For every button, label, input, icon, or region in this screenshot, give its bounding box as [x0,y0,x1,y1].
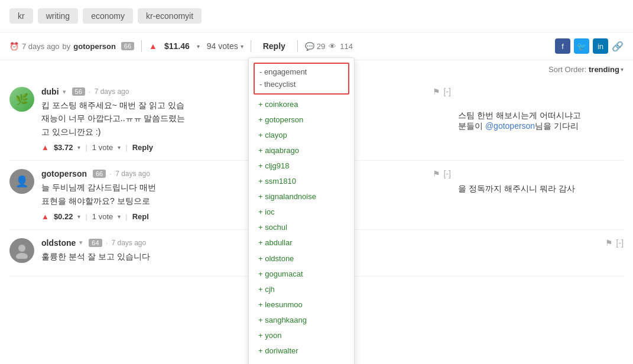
upvote-button[interactable]: ▲ [149,41,157,51]
negative-vote-0: - engagement [259,66,343,79]
negative-votes-highlighted: - engagement - thecyclist [254,63,349,95]
comment-icon: 💬 [305,42,314,51]
tag-kr-economyit[interactable]: kr-economyit [138,8,202,24]
comment-count: 💬 29 [305,42,325,51]
dubi-upvote[interactable]: ▲ [41,143,49,152]
dubi-price: $3.72 [54,143,73,152]
sort-dropdown-arrow[interactable]: ▾ [621,66,624,73]
votes-dropdown-arrow: ▾ [241,43,244,50]
dubi-votes[interactable]: 1 vote [92,143,113,152]
gotoperson-upvote[interactable]: ▲ [41,212,49,221]
voter-sochul[interactable]: + sochul [249,220,354,235]
oldstone-avatar [9,238,34,263]
voter-gotoperson[interactable]: + gotoperson [249,112,354,128]
voter-leesunmoo[interactable]: + leesunmoo [249,297,354,313]
voter-oldstone[interactable]: + oldstone [249,251,354,266]
gotoperson-time: 7 days ago [115,170,150,178]
facebook-share-icon[interactable]: f [555,38,570,54]
tag-kr[interactable]: kr [9,8,33,24]
voter-clayop[interactable]: + clayop [249,128,354,143]
voter-ioc[interactable]: + ioc [249,204,354,220]
post-author[interactable]: gotoperson [73,42,116,51]
svg-point-1 [16,253,28,259]
voter-aiqabrago[interactable]: + aiqabrago [249,143,354,158]
negative-vote-1: - thecyclist [259,79,343,91]
page-wrapper: kr writing economy kr-economyit ⏰ 7 days… [0,0,633,364]
voter-abdullar[interactable]: + abdullar [249,235,354,251]
voter-yoon[interactable]: + yoon [249,328,354,343]
flag-icon-oldstone[interactable]: ⚑ [605,238,613,248]
dubi-reply-button[interactable]: Reply [132,143,153,152]
voter-ssm1810[interactable]: + ssm1810 [249,174,354,189]
minus-icon-oldstone[interactable]: [-] [616,238,624,248]
oldstone-badge: 64 [89,239,102,247]
voter-cjh[interactable]: + cjh [249,282,354,297]
dubi-votes-arrow[interactable]: ▾ [118,144,121,151]
dubi-badge: 56 [72,87,85,96]
gotoperson-votes[interactable]: 1 vote [92,212,113,221]
comment-header-dubi: dubi ▾ 56 · 7 days ago ⚑ [-] [41,87,451,96]
tag-writing[interactable]: writing [38,8,78,24]
twitter-share-icon[interactable]: 🐦 [574,38,589,54]
clock-icon: ⏰ [9,42,19,51]
dubi-price-arrow[interactable]: ▾ [77,144,80,151]
username-arrow-dubi: ▾ [63,88,66,96]
gotoperson-price-arrow[interactable]: ▾ [77,213,80,220]
price-dropdown-arrow[interactable]: ▾ [197,43,200,50]
gotoperson-actions: ▲ $0.22 ▾ | 1 vote ▾ | Repl [41,212,451,221]
votes-button[interactable]: 94 votes ▾ [207,41,244,51]
dubi-comment-text: 킵 포스팅 해주세요~ 매번 잘 읽고 있습 재능이 너무 아깝다고..ㅠㅠ 말… [41,99,451,138]
social-icons: f 🐦 in 🔗 [555,38,624,54]
tags-row: kr writing economy kr-economyit [0,0,633,32]
voter-coinkorea[interactable]: + coinkorea [249,97,354,112]
post-price: $11.46 [164,41,190,51]
comment-username-oldstone[interactable]: oldstone [41,238,76,248]
voter-sanghkaang[interactable]: + sanghkaang [249,313,354,328]
voter-gogumacat[interactable]: + gogumacat [249,266,354,282]
minus-icon-dubi[interactable]: [-] [444,87,451,96]
gotoperson-mention[interactable]: @gotoperson [485,121,535,131]
dubi-actions: ▲ $3.72 ▾ | 1 vote ▾ | Reply [41,143,451,152]
comment-header-gotoperson: gotoperson 66 · 7 days ago ⚑ [-] [41,169,451,178]
post-time: ⏰ 7 days ago by gotoperson 66 [9,42,134,51]
dubi-avatar: 🌿 [9,87,34,112]
gotoperson-votes-arrow[interactable]: ▾ [118,213,121,220]
svg-point-0 [18,245,25,252]
comment-username-gotoperson[interactable]: gotoperson [41,169,87,178]
meta-bar: ⏰ 7 days ago by gotoperson 66 ▲ $11.46 ▾… [0,32,633,60]
minus-icon-gotoperson[interactable]: [-] [444,169,451,178]
dubi-time: 7 days ago [95,87,129,96]
oldstone-avatar-svg [14,242,30,259]
voter-signalandnoise[interactable]: + signalandnoise [249,189,354,204]
sort-order-label: Sort Order: [548,65,586,74]
author-badge: 66 [121,42,134,50]
gotoperson-right-text: 을 정독까지 해주시니 뭐라 감사 [458,169,624,221]
divider3 [297,40,298,52]
dubi-right-text: 스팀 한번 해보시는게 어떠시냐고 분들이 @gotoperson님을 기다리 [458,87,624,152]
voter-maa[interactable]: + maa [249,359,354,364]
view-count: 114 [340,42,353,51]
comment-meta: 💬 29 👁 114 [305,42,353,51]
divider2 [251,40,251,52]
main-reply-button[interactable]: Reply [258,41,290,51]
sort-value[interactable]: trending [589,65,619,74]
username-arrow-oldstone: ▾ [79,239,83,246]
oldstone-time: 7 days ago [111,239,146,247]
gotoperson-badge: 66 [93,170,106,178]
flag-icon-dubi[interactable]: ⚑ [433,87,440,96]
votes-dropdown: - engagement - thecyclist + coinkorea + … [248,57,355,364]
comment-username-dubi[interactable]: dubi [41,87,59,96]
gotoperson-reply-button[interactable]: Repl [132,212,149,221]
view-icon: 👁 [329,42,336,51]
tag-economy[interactable]: economy [83,8,133,24]
flag-icon-gotoperson[interactable]: ⚑ [433,169,440,178]
gotoperson-comment-text: 늘 두비님께 감사드립니다 매번 표현을 해야할까요? 보팅으로 [41,181,451,207]
copy-link-icon[interactable]: 🔗 [612,41,624,52]
divider [141,40,142,52]
comment-body-gotoperson: gotoperson 66 · 7 days ago ⚑ [-] 늘 두비님께 … [41,169,451,221]
gotoperson-avatar: 👤 [9,169,34,194]
linkedin-share-icon[interactable]: in [593,38,608,54]
voter-doriwalter[interactable]: + doriwalter [249,343,354,359]
comment-body-dubi: dubi ▾ 56 · 7 days ago ⚑ [-] 킵 포스팅 해주세요~… [41,87,451,152]
voter-cljg918[interactable]: + cljg918 [249,158,354,174]
